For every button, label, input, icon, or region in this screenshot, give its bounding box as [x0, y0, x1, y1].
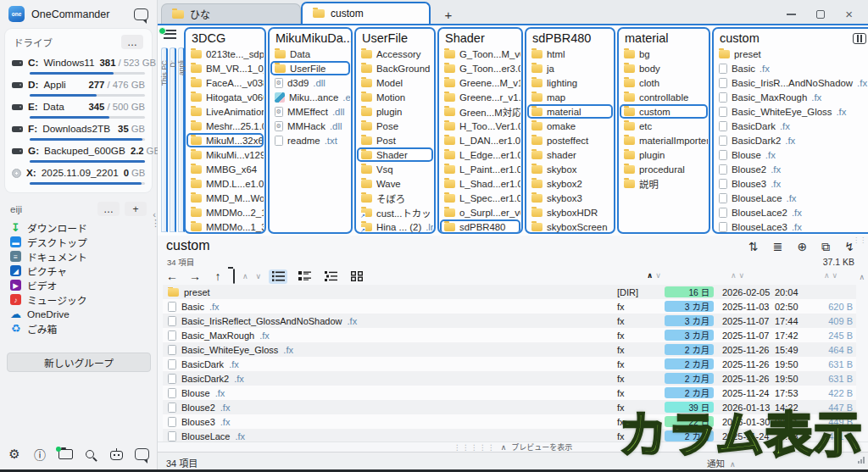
rail-tab-appli[interactable]: appli: [178, 47, 185, 232]
list-item[interactable]: BlouseLace.fx: [715, 191, 868, 205]
list-item[interactable]: MMEffect.dll: [270, 104, 350, 119]
list-item[interactable]: Hitogata_v0601: [186, 90, 264, 104]
sidebar-item-music[interactable]: ♪ミュージック: [0, 292, 157, 307]
list-item[interactable]: 0213te..._sdpbr: [186, 47, 264, 61]
sidebar-item-onedrive[interactable]: ☁OneDrive: [0, 307, 157, 321]
list-item[interactable]: Blouse3.fx: [715, 176, 868, 191]
view-grid-button[interactable]: [348, 269, 366, 284]
list-item[interactable]: MMD.L...e1.0.0: [186, 176, 264, 191]
sidebar-item-recycle[interactable]: ♻ごみ箱: [0, 321, 157, 336]
add-circle-icon[interactable]: ⊕: [798, 240, 808, 254]
list-item[interactable]: BlouseLace2.fx: [715, 205, 868, 219]
add-group-button[interactable]: +: [125, 202, 147, 216]
list-item[interactable]: FaceA..._v0381: [186, 75, 264, 90]
list-item[interactable]: Blouse2.fx: [715, 162, 868, 176]
clipboard-icon[interactable]: ⧉: [821, 240, 830, 254]
list-item[interactable]: lighting: [527, 75, 613, 90]
list-item[interactable]: map: [527, 90, 613, 104]
new-folder-icon[interactable]: [233, 269, 235, 283]
assistant-icon[interactable]: [108, 446, 124, 463]
list-item[interactable]: Green...M対応版: [440, 104, 520, 119]
list-item[interactable]: Post: [357, 133, 433, 147]
list-item[interactable]: sdPBR480: [440, 219, 520, 232]
scroll-top-icon[interactable]: ∧: [859, 273, 865, 281]
list-item[interactable]: skyboxScreen: [527, 219, 613, 232]
list-item[interactable]: controllable: [620, 90, 708, 104]
view-tiles-button[interactable]: [295, 269, 314, 284]
settings-icon[interactable]: ⚙: [7, 446, 22, 463]
list-item[interactable]: Data: [270, 47, 350, 61]
list-item[interactable]: Vsq: [357, 162, 433, 176]
sidebar-collapse-handle[interactable]: ‹ ⋮: [151, 210, 158, 227]
list-item[interactable]: L_DAN...er1.00: [440, 133, 520, 147]
drive-item[interactable]: E:Data345/ 500 GB: [12, 97, 145, 119]
chevron-down-icon[interactable]: ∨: [256, 272, 262, 280]
list-item[interactable]: Model: [357, 75, 433, 90]
drive-item[interactable]: G:Backuped_600GB2.2GB: [12, 142, 145, 163]
list-item[interactable]: material: [527, 104, 613, 119]
list-item[interactable]: MikuMi...v1292: [186, 147, 264, 162]
list-item[interactable]: posteffect: [527, 133, 613, 147]
list-item[interactable]: readme.txt: [270, 133, 350, 147]
user-menu-button[interactable]: …: [97, 202, 120, 216]
chevron-up-icon[interactable]: ∧: [242, 272, 248, 280]
list-item[interactable]: L_Edge...er1.00: [440, 147, 520, 162]
list-item[interactable]: MikuM...32x64: [186, 133, 264, 147]
list-item[interactable]: MMHack.dll: [270, 119, 350, 133]
list-item[interactable]: Miku...ance.exe: [270, 90, 350, 104]
notifications-toggle[interactable]: 通知∧: [707, 457, 736, 469]
list-item[interactable]: skybox3: [527, 191, 613, 205]
table-row[interactable]: BasicDark2.fxfx2 カ月2025-11-2619:50631 B: [163, 371, 856, 386]
preview-toggle[interactable]: ⋮⋮⋮⋮⋮ ∧ プレビューを表示: [158, 441, 868, 452]
list-item[interactable]: skybox2: [527, 176, 613, 191]
sort-name-toggle[interactable]: ∧∨: [647, 271, 664, 280]
list-item[interactable]: Basic_MaxRough.fx: [715, 90, 868, 104]
table-row[interactable]: Blouse2.fxfx39 日2026-01-1314:22447 B: [163, 400, 856, 414]
table-row[interactable]: Blouse3.fxfx22 日2026-01-3000:41449 B: [163, 414, 856, 429]
sort-size-toggle[interactable]: ∧∨: [824, 271, 840, 280]
list-item[interactable]: Hina ... (2).lnk: [357, 219, 433, 232]
tab-hina[interactable]: ひな: [161, 3, 301, 24]
list-item[interactable]: materialImporter: [620, 133, 708, 147]
list-item[interactable]: 説明: [620, 176, 708, 191]
drive-item[interactable]: D:Appli277/ 476 GB: [12, 75, 145, 97]
table-row[interactable]: Basic.fxfx3 カ月2025-11-0302:50620 B: [163, 299, 856, 314]
list-item[interactable]: BlouseLace3.fx: [715, 219, 868, 232]
list-item[interactable]: procedural: [620, 162, 708, 176]
list-item[interactable]: MMDMo...2_1_4: [186, 205, 264, 219]
sidebar-item-download[interactable]: ↧ダウンロード: [0, 220, 157, 235]
maximize-button[interactable]: [816, 10, 825, 19]
sidebar-item-picture[interactable]: ◢ピクチャ: [0, 264, 157, 278]
new-tab-button[interactable]: +: [437, 5, 459, 24]
list-item[interactable]: Blouse.fx: [715, 147, 868, 162]
list-item[interactable]: UserFile: [270, 61, 350, 75]
table-row[interactable]: Basic_WhiteEye_Gloss.fxfx2 カ月2025-11-261…: [163, 342, 856, 357]
table-row[interactable]: Basic_MaxRough.fxfx3 カ月2025-11-0717:4224…: [163, 328, 856, 342]
forward-button[interactable]: →: [187, 269, 203, 283]
list-item[interactable]: G_Toon...M_v0.1: [440, 47, 520, 61]
chat-icon[interactable]: [134, 446, 149, 463]
list-item[interactable]: body: [620, 61, 708, 75]
table-row[interactable]: preset[DIR]16 日2026-02-0520:04: [163, 285, 856, 299]
tab-custom[interactable]: custom: [301, 2, 431, 24]
list-item[interactable]: Shader: [357, 147, 433, 162]
view-compact-button[interactable]: [321, 269, 340, 284]
drive-item[interactable]: X:2025.11.09_22010GB: [12, 164, 145, 185]
list-item[interactable]: Pose: [357, 119, 433, 133]
new-group-button[interactable]: 新しいグループ: [7, 353, 151, 372]
chat-icon[interactable]: [134, 8, 148, 20]
list-item[interactable]: preset: [715, 47, 868, 61]
list-item[interactable]: cust...トカット.lnk: [357, 205, 433, 219]
list-item[interactable]: Greene...r_v1.2: [440, 90, 520, 104]
tab-manager-icon[interactable]: [58, 446, 73, 463]
search-icon[interactable]: [83, 446, 98, 463]
list-item[interactable]: Motion: [357, 90, 433, 104]
rail-tab-d[interactable]: D:: [170, 47, 176, 232]
column-settings-icon[interactable]: [164, 30, 176, 39]
list-item[interactable]: skybox: [527, 162, 613, 176]
back-button[interactable]: ←: [164, 269, 180, 283]
info-icon[interactable]: ⓘ: [32, 446, 47, 463]
list-item[interactable]: L_Spec...er1.00: [440, 191, 520, 205]
list-item[interactable]: LiveAnimation: [186, 104, 264, 119]
list-item[interactable]: BackGround: [357, 61, 433, 75]
